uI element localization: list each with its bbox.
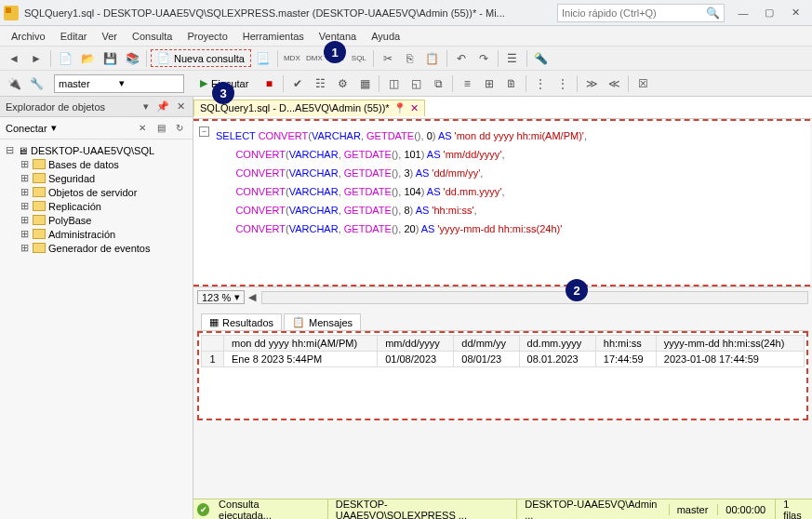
menu-archivo[interactable]: Archivo (4, 29, 53, 44)
expand-icon[interactable]: ⊞ (19, 172, 30, 184)
collapse-icon[interactable]: ⊟ (4, 144, 15, 156)
indent-button[interactable]: ≫ (581, 73, 602, 94)
query-options-button[interactable]: ⚙ (332, 73, 353, 94)
properties-button[interactable]: ☰ (502, 48, 523, 69)
estimated-plan-button[interactable]: ☷ (310, 73, 330, 94)
table-cell[interactable]: 2023-01-08 17:44:59 (656, 352, 804, 367)
code-line[interactable]: CONVERT(VARCHAR, GETDATE(), 101) AS 'mm/… (216, 145, 810, 164)
include-plan-button[interactable]: ◫ (383, 73, 404, 94)
intellisense-button[interactable]: ▦ (354, 73, 375, 94)
column-header[interactable] (202, 336, 224, 352)
tree-node[interactable]: ⊞Generador de eventos (19, 241, 189, 255)
tree-node[interactable]: ⊞Replicación (19, 199, 189, 213)
table-cell[interactable]: 08/01/23 (454, 352, 519, 367)
tree-node[interactable]: ⊞Objetos de servidor (19, 185, 189, 199)
table-cell[interactable]: 08.01.2023 (519, 352, 595, 367)
parse-button[interactable]: ✔ (287, 73, 308, 94)
scroll-left-icon[interactable]: ◀ (248, 291, 256, 303)
expand-icon[interactable]: ⊞ (19, 242, 30, 254)
code-line[interactable]: SELECT CONVERT(VARCHAR, GETDATE(), 0) AS… (216, 126, 810, 145)
quick-launch-input[interactable] (562, 7, 706, 19)
find-button[interactable]: 🔦 (531, 48, 552, 69)
mdx-button[interactable]: MDX (282, 48, 302, 69)
dmx-button[interactable]: DMX (304, 48, 325, 69)
zoom-selector[interactable]: 123 % ▾ (197, 290, 245, 304)
table-row[interactable]: 1Ene 8 2023 5:44PM01/08/202308/01/2308.0… (202, 352, 805, 367)
table-cell[interactable]: 17:44:59 (595, 352, 656, 367)
change-connection-button[interactable]: 🔧 (26, 73, 47, 94)
save-all-button[interactable]: 📚 (122, 48, 142, 69)
messages-tab[interactable]: 📋 Mensajes (284, 313, 361, 330)
save-button[interactable]: 💾 (100, 48, 120, 69)
tree-node[interactable]: ⊞Bases de datos (19, 157, 189, 171)
menu-consulta[interactable]: Consulta (125, 29, 180, 44)
tree-node[interactable]: ⊞PolyBase (19, 213, 189, 227)
sql-button[interactable]: SQL (349, 48, 369, 69)
client-stats-button[interactable]: ⧉ (428, 73, 448, 94)
pin-icon[interactable]: 📌 (154, 100, 171, 113)
quick-launch-box[interactable]: 🔍 (557, 4, 725, 22)
paste-button[interactable]: 📋 (422, 48, 443, 69)
column-header[interactable]: yyyy-mm-dd hh:mi:ss(24h) (656, 336, 804, 352)
sql-editor[interactable]: − SELECT CONVERT(VARCHAR, GETDATE(), 0) … (193, 119, 810, 286)
results-file-button[interactable]: 🗎 (501, 73, 522, 94)
menu-herramientas[interactable]: Herramientas (235, 29, 312, 44)
search-icon[interactable]: 🔍 (706, 7, 720, 20)
uncomment-button[interactable]: ⋮ (552, 73, 573, 94)
pin-tab-icon[interactable]: 📍 (393, 102, 406, 114)
table-cell[interactable]: Ene 8 2023 5:44PM (224, 352, 378, 367)
live-stats-button[interactable]: ◱ (406, 73, 426, 94)
back-button[interactable]: ◄ (4, 48, 24, 69)
results-tab[interactable]: ▦ Resultados (201, 313, 282, 330)
code-line[interactable]: CONVERT(VARCHAR, GETDATE(), 104) AS 'dd.… (216, 182, 810, 201)
open-file-button[interactable]: 📃 (253, 48, 273, 69)
copy-button[interactable]: ⎘ (400, 48, 420, 69)
dropdown-icon[interactable]: ▾ (141, 100, 151, 113)
results-grid-button[interactable]: ⊞ (479, 73, 499, 94)
redo-button[interactable]: ↷ (473, 48, 494, 69)
new-project-button[interactable]: 📄 (55, 48, 75, 69)
results-grid[interactable]: mon dd yyyy hh:mi(AM/PM)mm/dd/yyyydd/mm/… (197, 331, 808, 420)
column-header[interactable]: mm/dd/yyyy (378, 336, 454, 352)
menu-ayuda[interactable]: Ayuda (364, 29, 407, 44)
tree-node[interactable]: ⊞Seguridad (19, 171, 189, 185)
tree-root-node[interactable]: ⊟ 🖥 DESKTOP-UAAE5VQ\SQL (4, 143, 189, 157)
close-tab-icon[interactable]: ✕ (410, 102, 419, 114)
expand-icon[interactable]: ⊞ (19, 214, 30, 226)
undo-button[interactable]: ↶ (451, 48, 472, 69)
expand-icon[interactable]: ⊞ (19, 200, 30, 212)
specify-values-button[interactable]: ☒ (632, 73, 653, 94)
disconnect-button[interactable]: ✕ (135, 121, 150, 136)
expand-icon[interactable]: ⊞ (19, 228, 30, 240)
code-line[interactable]: CONVERT(VARCHAR, GETDATE(), 20) AS 'yyyy… (216, 220, 810, 238)
connect-label[interactable]: Conectar (6, 123, 47, 134)
code-line[interactable]: CONVERT(VARCHAR, GETDATE(), 8) AS 'hh:mi… (216, 201, 810, 220)
tree-node[interactable]: ⊞Administración (19, 227, 189, 241)
new-query-button[interactable]: 📄 Nueva consulta (151, 49, 251, 67)
table-cell[interactable]: 1 (202, 352, 224, 367)
expand-icon[interactable]: ⊞ (19, 158, 30, 170)
forward-button[interactable]: ► (26, 48, 47, 69)
horizontal-scrollbar[interactable] (261, 291, 808, 304)
code-line[interactable]: CONVERT(VARCHAR, GETDATE(), 3) AS 'dd/mm… (216, 164, 810, 182)
object-explorer-tree[interactable]: ⊟ 🖥 DESKTOP-UAAE5VQ\SQL ⊞Bases de datos⊞… (0, 140, 193, 519)
outdent-button[interactable]: ≪ (604, 73, 624, 94)
stop-button[interactable]: ■ (259, 73, 279, 94)
comment-button[interactable]: ⋮ (530, 73, 551, 94)
cut-button[interactable]: ✂ (378, 48, 398, 69)
minimize-button[interactable]: — (730, 3, 756, 23)
column-header[interactable]: hh:mi:ss (595, 336, 656, 352)
refresh-button[interactable]: ↻ (172, 121, 187, 136)
menu-editar[interactable]: Editar (53, 29, 95, 44)
column-header[interactable]: mon dd yyyy hh:mi(AM/PM) (224, 336, 378, 352)
open-button[interactable]: 📂 (77, 48, 98, 69)
column-header[interactable]: dd.mm.yyyy (519, 336, 595, 352)
column-header[interactable]: dd/mm/yy (454, 336, 519, 352)
menu-proyecto[interactable]: Proyecto (180, 29, 234, 44)
close-button[interactable]: ✕ (782, 3, 808, 23)
menu-ver[interactable]: Ver (94, 29, 125, 44)
results-text-button[interactable]: ≡ (457, 73, 477, 94)
close-panel-icon[interactable]: ✕ (175, 100, 187, 113)
table-cell[interactable]: 01/08/2023 (378, 352, 454, 367)
expand-icon[interactable]: ⊞ (19, 186, 30, 198)
